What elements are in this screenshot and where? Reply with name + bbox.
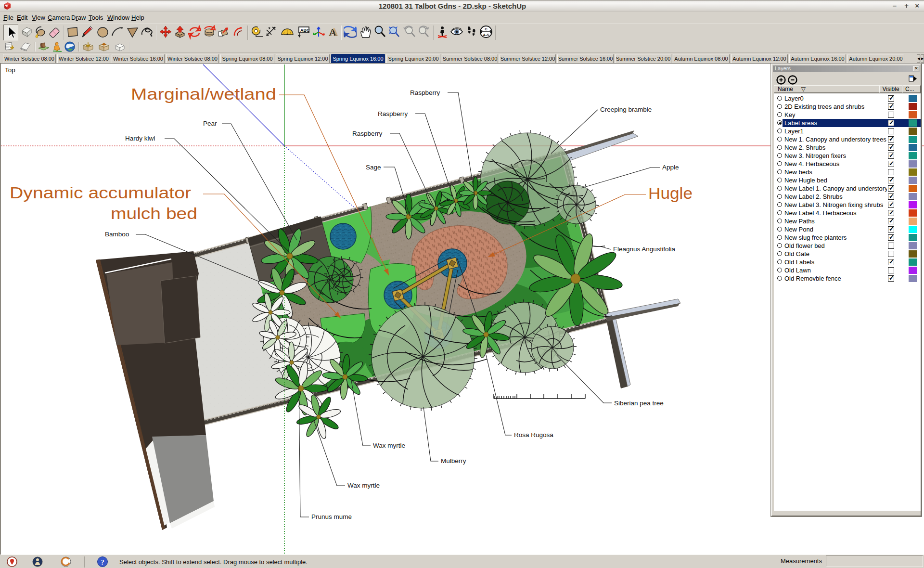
svg-text:Wax myrtle: Wax myrtle	[373, 442, 405, 449]
svg-text:Top: Top	[5, 66, 15, 74]
svg-text:A-S: A-S	[483, 33, 489, 37]
svg-text:Apple: Apple	[662, 164, 679, 171]
svg-text:Wax myrtle: Wax myrtle	[347, 482, 380, 489]
svg-text:A: A	[330, 26, 339, 38]
svg-text:Creeping bramble: Creeping bramble	[600, 106, 652, 113]
svg-text:Prunus mume: Prunus mume	[311, 513, 352, 520]
svg-text:Rosa Rugosa: Rosa Rugosa	[514, 431, 553, 439]
svg-text:Bamboo: Bamboo	[105, 231, 129, 238]
svg-text:Raspberry: Raspberry	[378, 110, 408, 117]
svg-text:ABC: ABC	[300, 28, 310, 33]
svg-text:Hardy kiwi: Hardy kiwi	[125, 135, 155, 142]
svg-text:Raspberry: Raspberry	[352, 130, 383, 137]
svg-text:Eleagnus Angustifolia: Eleagnus Angustifolia	[613, 245, 676, 253]
svg-text:Sage: Sage	[366, 164, 381, 171]
svg-text:?: ?	[101, 558, 104, 566]
svg-text:C: C	[485, 27, 488, 31]
svg-text:Marginal/wetland: Marginal/wetland	[131, 85, 276, 103]
svg-text:Siberian pea tree: Siberian pea tree	[614, 400, 664, 407]
svg-text:Hugle: Hugle	[648, 184, 693, 202]
svg-text:mulch bed: mulch bed	[111, 204, 197, 222]
svg-text:Raspberry: Raspberry	[410, 89, 440, 96]
svg-text:Pear: Pear	[203, 120, 217, 127]
svg-text:Dynamic accumulator: Dynamic accumulator	[10, 183, 191, 202]
svg-text:Mulberry: Mulberry	[441, 457, 466, 465]
